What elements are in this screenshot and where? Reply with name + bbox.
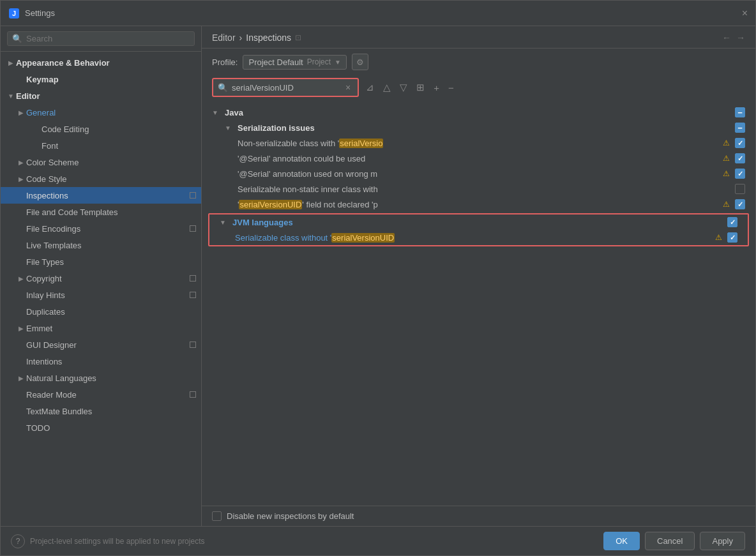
sidebar-item-font[interactable]: Font — [1, 137, 201, 154]
sidebar-item-file-code-templates[interactable]: File and Code Templates — [1, 204, 201, 220]
mini-square-icon — [190, 292, 196, 298]
sidebar-item-label: Appearance & Behavior — [16, 58, 196, 68]
nav-back-button[interactable]: ← — [722, 33, 731, 43]
chevron-down-icon: ▼ — [220, 219, 229, 226]
sidebar-item-file-encodings[interactable]: File Encodings — [1, 220, 201, 237]
sidebar-item-inspections[interactable]: Inspections — [1, 187, 201, 204]
sidebar-item-emmet[interactable]: ▶ Emmet — [1, 320, 201, 336]
jvm-group[interactable]: ▼ JVM languages — [209, 214, 748, 230]
clear-filter-button[interactable]: × — [343, 81, 353, 94]
apply-button[interactable]: Apply — [700, 532, 745, 550]
sidebar-item-label: Natural Languages — [26, 373, 196, 383]
sidebar-item-copyright[interactable]: ▶ Copyright — [1, 270, 201, 287]
insp-item-serial-wrong[interactable]: '@Serial' annotation used on wrong m ⚠ — [202, 166, 755, 181]
sidebar-item-editor[interactable]: ▼ Editor — [1, 87, 201, 104]
sidebar-item-reader-mode[interactable]: Reader Mode — [1, 386, 201, 403]
sidebar-item-duplicates[interactable]: Duplicates — [1, 303, 201, 320]
highlight-text: serialVersio — [339, 139, 383, 148]
search-icon: 🔍 — [12, 34, 22, 43]
spacer-icon — [16, 190, 26, 200]
java-group[interactable]: ▼ Java — [202, 105, 755, 120]
spacer-icon — [16, 389, 26, 400]
pin-icon[interactable]: ⊡ — [295, 33, 301, 42]
remove-button[interactable]: − — [445, 80, 457, 95]
sidebar-item-code-style[interactable]: ▶ Code Style — [1, 170, 201, 187]
warning-icon: ⚠ — [721, 169, 731, 179]
sidebar-item-appearance[interactable]: ▶ Appearance & Behavior — [1, 54, 201, 71]
insp-item-checkbox[interactable] — [735, 138, 745, 148]
insp-item-serial-annotation[interactable]: '@Serial' annotation could be used ⚠ — [202, 151, 755, 166]
spacer-icon — [16, 257, 26, 267]
sidebar-search-input[interactable] — [26, 34, 190, 43]
filter-icon: ⊿ — [366, 82, 374, 93]
insp-item-checkbox[interactable] — [735, 153, 745, 163]
main-content: 🔍 ▶ Appearance & Behavior Keymap ▼ — [1, 26, 755, 526]
jvm-group-label: JVM languages — [232, 218, 723, 227]
insp-item-jvm-serializable[interactable]: Serializable class without 'serialVersio… — [209, 230, 748, 245]
close-button[interactable]: × — [742, 8, 748, 19]
warning-icon: ⚠ — [721, 153, 731, 163]
insp-item-label: 'serialVersionUID' field not declared 'p — [238, 200, 717, 209]
profile-gear-button[interactable]: ⚙ — [352, 54, 368, 70]
spacer-icon — [31, 124, 42, 134]
insp-item-checkbox[interactable] — [727, 232, 737, 243]
footer: ? Project-level settings will be applied… — [1, 526, 755, 555]
expand-button[interactable]: ⊞ — [413, 80, 428, 95]
sidebar-tree: ▶ Appearance & Behavior Keymap ▼ Editor … — [1, 52, 201, 526]
sidebar-item-file-types[interactable]: File Types — [1, 253, 201, 270]
sidebar-item-label: File Types — [26, 257, 196, 267]
warning-icon: ⚠ — [721, 199, 731, 209]
jvm-group-checkbox[interactable] — [727, 217, 737, 227]
toolbar-actions: ⊿ △ ▽ ⊞ + — [363, 80, 457, 95]
highlight-text: serialVersionUID — [239, 200, 302, 209]
sidebar-item-natural-languages[interactable]: ▶ Natural Languages — [1, 370, 201, 386]
nav-forward-button[interactable]: → — [736, 33, 745, 43]
sidebar-item-inlay-hints[interactable]: Inlay Hints — [1, 287, 201, 303]
add-button[interactable]: + — [430, 80, 442, 95]
ok-button[interactable]: OK — [603, 532, 640, 550]
filter-input[interactable] — [232, 83, 339, 93]
sidebar-item-code-editing[interactable]: Code Editing — [1, 121, 201, 137]
spacer-icon — [16, 356, 26, 366]
warning-icon: ⚠ — [721, 138, 731, 148]
disable-checkbox[interactable] — [212, 511, 222, 521]
move-down-button[interactable]: ▽ — [397, 80, 411, 95]
panel-nav: ← → — [722, 33, 745, 43]
insp-item-serializable-nonstatic[interactable]: Serializable non-static inner class with — [202, 181, 755, 197]
sidebar-item-textmate-bundles[interactable]: TextMate Bundles — [1, 403, 201, 419]
sidebar-item-intentions[interactable]: Intentions — [1, 353, 201, 370]
app-icon: J — [8, 8, 20, 19]
sidebar-search-wrapper[interactable]: 🔍 — [7, 31, 195, 46]
cancel-button[interactable]: Cancel — [645, 532, 695, 550]
insp-item-non-serializable[interactable]: Non-serializable class with 'serialVersi… — [202, 135, 755, 151]
serialization-group[interactable]: ▼ Serialization issues — [202, 120, 755, 135]
insp-item-svuid-field[interactable]: 'serialVersionUID' field not declared 'p… — [202, 197, 755, 212]
profile-label: Profile: — [212, 57, 238, 67]
sidebar-item-todo[interactable]: TODO — [1, 419, 201, 436]
sidebar-item-label: TODO — [26, 423, 196, 433]
filter-input-wrapper[interactable]: 🔍 × — [212, 78, 359, 97]
profile-select[interactable]: Project Default Project ▼ — [243, 55, 347, 70]
sidebar-search-bar: 🔍 — [1, 26, 201, 52]
sidebar-item-label: Keymap — [26, 75, 196, 84]
java-group-checkbox[interactable] — [735, 107, 745, 117]
sidebar-item-label: File and Code Templates — [26, 207, 196, 217]
move-up-button[interactable]: △ — [380, 80, 394, 95]
sidebar-item-gui-designer[interactable]: GUI Designer — [1, 336, 201, 353]
insp-item-checkbox[interactable] — [735, 199, 745, 209]
help-button[interactable]: ? — [11, 534, 25, 548]
sidebar-item-keymap[interactable]: Keymap — [1, 71, 201, 87]
sidebar-item-label: Duplicates — [26, 307, 196, 317]
filter-button[interactable]: ⊿ — [363, 80, 377, 95]
insp-item-checkbox[interactable] — [735, 184, 745, 194]
serialization-group-checkbox[interactable] — [735, 123, 745, 133]
sidebar-item-label: Inspections — [26, 191, 190, 200]
help-icon: ? — [16, 537, 20, 546]
sidebar-item-live-templates[interactable]: Live Templates — [1, 237, 201, 253]
sidebar-item-label: Reader Mode — [26, 390, 190, 400]
profile-bar: Profile: Project Default Project ▼ ⚙ — [202, 49, 755, 75]
insp-item-checkbox[interactable] — [735, 169, 745, 179]
sidebar-item-general[interactable]: ▶ General — [1, 104, 201, 121]
sidebar-item-color-scheme[interactable]: ▶ Color Scheme — [1, 154, 201, 170]
mini-square-icon — [190, 391, 196, 398]
